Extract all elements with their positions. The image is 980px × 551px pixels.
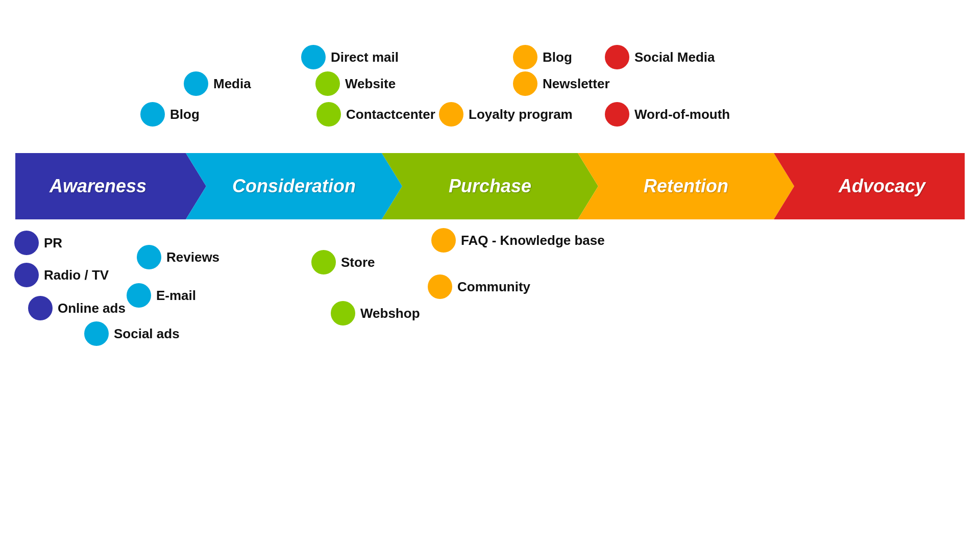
webshop-item: Webshop (331, 301, 420, 325)
pr-icon (14, 231, 39, 255)
social-ads-label: Social ads (114, 326, 180, 342)
community-label: Community (457, 279, 530, 295)
website-icon (315, 71, 340, 96)
reviews-icon (137, 245, 161, 269)
funnel-container: Awareness Consideration Purchase Retenti… (15, 153, 965, 219)
stage-advocacy-label: Advocacy (839, 176, 925, 197)
social-media-label: Social Media (634, 49, 715, 65)
blog-retention-label: Blog (543, 49, 572, 65)
online-ads-item: Online ads (28, 296, 126, 320)
pr-label: PR (44, 235, 62, 251)
email-label: E-mail (156, 288, 196, 304)
store-item: Store (311, 250, 375, 274)
faq-label: FAQ - Knowledge base (461, 233, 605, 248)
stage-purchase: Purchase (382, 153, 598, 219)
media-item: Media (184, 71, 251, 96)
blog-consideration-label: Blog (170, 107, 200, 122)
direct-mail-icon (301, 45, 326, 69)
online-ads-label: Online ads (58, 300, 126, 316)
store-label: Store (341, 255, 375, 270)
word-of-mouth-item: Word-of-mouth (605, 102, 730, 127)
newsletter-label: Newsletter (543, 76, 610, 92)
email-item: E-mail (127, 283, 196, 308)
contactcenter-label: Contactcenter (346, 107, 435, 122)
community-icon (428, 274, 452, 299)
stage-advocacy: Advocacy (774, 153, 965, 219)
stage-awareness: Awareness (15, 153, 206, 219)
online-ads-icon (28, 296, 53, 320)
loyalty-program-icon (439, 102, 463, 127)
stage-retention-label: Retention (644, 176, 728, 197)
newsletter-icon (513, 71, 537, 96)
website-item: Website (315, 71, 396, 96)
social-ads-item: Social ads (84, 321, 180, 346)
direct-mail-label: Direct mail (331, 49, 399, 65)
store-icon (311, 250, 336, 274)
stage-retention: Retention (578, 153, 794, 219)
blog-retention-item: Blog (513, 45, 572, 69)
reviews-item: Reviews (137, 245, 219, 269)
social-media-icon (605, 45, 629, 69)
blog-retention-icon (513, 45, 537, 69)
loyalty-program-item: Loyalty program (439, 102, 573, 127)
stage-consideration: Consideration (186, 153, 402, 219)
faq-item: FAQ - Knowledge base (431, 228, 605, 253)
media-icon (184, 71, 208, 96)
word-of-mouth-label: Word-of-mouth (634, 107, 730, 122)
blog-consideration-icon (140, 102, 165, 127)
radio-tv-item: Radio / TV (14, 263, 109, 287)
pr-item: PR (14, 231, 62, 255)
contactcenter-item: Contactcenter (316, 102, 435, 127)
social-media-item: Social Media (605, 45, 715, 69)
radio-tv-label: Radio / TV (44, 267, 109, 283)
webshop-icon (331, 301, 355, 325)
contactcenter-icon (316, 102, 341, 127)
direct-mail-item: Direct mail (301, 45, 399, 69)
social-ads-icon (84, 321, 109, 346)
radio-tv-icon (14, 263, 39, 287)
newsletter-item: Newsletter (513, 71, 610, 96)
community-item: Community (428, 274, 530, 299)
website-label: Website (345, 76, 396, 92)
reviews-label: Reviews (166, 249, 219, 265)
stage-consideration-label: Consideration (232, 176, 356, 197)
webshop-label: Webshop (360, 306, 420, 321)
faq-icon (431, 228, 456, 253)
blog-consideration-item: Blog (140, 102, 200, 127)
stage-purchase-label: Purchase (449, 176, 531, 197)
word-of-mouth-icon (605, 102, 629, 127)
stage-awareness-label: Awareness (50, 176, 146, 197)
email-icon (127, 283, 151, 308)
loyalty-program-label: Loyalty program (469, 107, 573, 122)
media-label: Media (213, 76, 251, 92)
